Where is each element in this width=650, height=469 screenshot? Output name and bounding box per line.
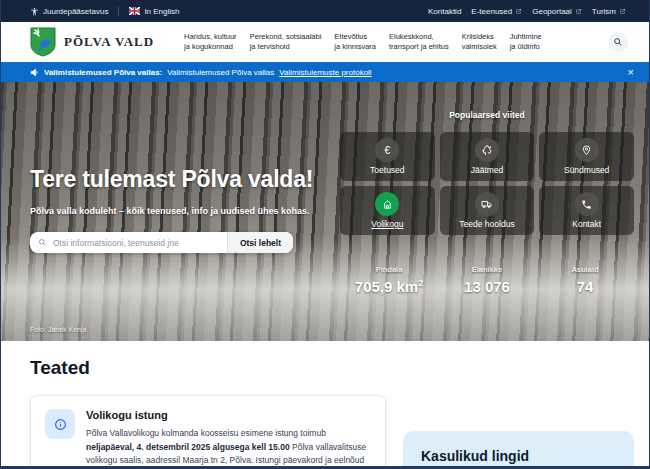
tile-label: Kontakt xyxy=(572,219,601,229)
nav-label-line: ja kinnisvara xyxy=(334,42,376,51)
accessibility-label: Juurdepääsetavus xyxy=(43,7,108,16)
notification-text: Valimistulemused Põlva vallas xyxy=(167,68,274,77)
nav-item-haridus[interactable]: Haridus, kultuur ja kogukonnad xyxy=(184,32,237,53)
site-logo[interactable]: PÕLVA VALD xyxy=(30,27,154,57)
search-icon xyxy=(613,37,623,47)
home-icon xyxy=(375,192,399,216)
hero-subheading: Põlva valla koduleht – kõik teenused, in… xyxy=(30,206,330,216)
nav-label-line: Haridus, kultuur xyxy=(184,32,237,41)
topbar-link-label: Geoportaal xyxy=(532,7,572,16)
page: Juurdepääsetavus In English Kontaktid E-… xyxy=(0,0,650,469)
nav-item-juhtimine[interactable]: Juhtimine ja üldinfo xyxy=(510,32,542,53)
stat-pindala: Pindala 705,9 km2 xyxy=(340,265,438,295)
topbar-link-kontaktid[interactable]: Kontaktid xyxy=(428,7,461,16)
notice-title: Volikogu istung xyxy=(86,409,371,421)
stat-value-text: 705,9 km xyxy=(355,278,418,295)
euro-icon: € xyxy=(375,138,399,162)
language-label: In English xyxy=(144,7,179,16)
stat-elanikke: Elanikke 13 076 xyxy=(438,265,536,295)
notification-bar: Valimistulemused Põlva vallas: Valimistu… xyxy=(0,62,650,82)
phone-icon xyxy=(575,192,599,216)
stat-label: Pindala xyxy=(340,265,438,274)
tile-jaatmed[interactable]: Jäätmed xyxy=(440,132,535,181)
notice-body-bold: neljapäeval, 4. detsembril 2025 algusega… xyxy=(86,442,290,452)
tile-label: Volikogu xyxy=(371,219,403,229)
notice-card[interactable]: Volikogu istung Põlva Vallavolikogu kolm… xyxy=(30,395,386,469)
main-navigation: Haridus, kultuur ja kogukonnad Perekond,… xyxy=(184,32,592,53)
topbar-link-label: Kontaktid xyxy=(428,7,461,16)
recycle-icon xyxy=(475,138,499,162)
top-utility-bar: Juurdepääsetavus In English Kontaktid E-… xyxy=(0,0,650,22)
notice-body: Põlva Vallavolikogu kolmanda koosseisu e… xyxy=(86,427,371,468)
divider xyxy=(118,6,119,16)
tile-toetused[interactable]: € Toetused xyxy=(340,132,435,181)
popular-links: Populaarsed viited € Toetused Jäätmed xyxy=(340,110,634,295)
popular-links-grid: € Toetused Jäätmed Sündmused xyxy=(340,132,634,235)
topbar-link-turism[interactable]: Turism xyxy=(592,7,626,16)
stat-value: 705,9 km2 xyxy=(340,278,438,295)
municipality-stats: Pindala 705,9 km2 Elanikke 13 076 Asulai… xyxy=(340,265,634,295)
tile-kontakt[interactable]: Kontakt xyxy=(539,186,634,235)
photo-credit: Foto: Janek Kenja xyxy=(30,326,86,333)
topbar-link-label: Turism xyxy=(592,7,616,16)
nav-label-line: ja kogukonnad xyxy=(184,42,233,51)
nav-item-elukeskkond[interactable]: Elukeskkond, transport ja ehitus xyxy=(389,32,449,53)
logo-text: PÕLVA VALD xyxy=(64,34,154,50)
topbar-link-e-teenused[interactable]: E-teenused xyxy=(471,7,522,16)
popular-links-title: Populaarsed viited xyxy=(340,110,634,120)
topbar-left: Juurdepääsetavus In English xyxy=(30,6,180,16)
nav-item-ettevotlus[interactable]: Ettevõtlus ja kinnisvara xyxy=(334,32,376,53)
external-link-icon xyxy=(575,8,582,15)
notice-content: Volikogu istung Põlva Vallavolikogu kolm… xyxy=(86,409,371,469)
hero-search-input[interactable] xyxy=(47,232,227,253)
nav-label-line: Perekond, sotsiaalabi xyxy=(250,32,322,41)
stat-value: 74 xyxy=(536,278,634,295)
teated-heading: Teated xyxy=(30,357,620,379)
tile-sundmused[interactable]: Sündmused xyxy=(539,132,634,181)
notification-title: Valimistulemused Põlva vallas: xyxy=(44,68,162,77)
nav-label-line: Kriisideks xyxy=(462,32,494,41)
stat-value: 13 076 xyxy=(438,278,536,295)
nav-label-line: ja üldinfo xyxy=(510,42,540,51)
notification-link[interactable]: Valimistulemuste protokoll xyxy=(279,68,371,77)
external-link-icon xyxy=(515,8,522,15)
hero-search-bar: Otsi lehelt xyxy=(30,232,293,253)
nav-label-line: Ettevõtlus xyxy=(334,32,367,41)
nav-label-line: transport ja ehitus xyxy=(389,42,449,51)
language-switch[interactable]: In English xyxy=(129,7,179,16)
nav-label-line: valmisolek xyxy=(462,42,497,51)
tile-teede-hooldus[interactable]: Teede hooldus xyxy=(440,186,535,235)
nav-label-line: Elukeskkond, xyxy=(389,32,434,41)
topbar-link-geoportaal[interactable]: Geoportaal xyxy=(532,7,582,16)
nav-label-line: ja tervishoid xyxy=(250,42,290,51)
tile-label: Sündmused xyxy=(564,165,609,175)
topbar-link-label: E-teenused xyxy=(471,7,512,16)
stat-value-sup: 2 xyxy=(418,278,423,288)
close-icon[interactable]: × xyxy=(628,67,634,78)
main-content: Teated Volikogu istung Põlva Vallavoliko… xyxy=(0,341,650,469)
external-link-icon xyxy=(619,8,626,15)
topbar-right: Kontaktid E-teenused Geoportaal Turism xyxy=(428,7,626,16)
useful-links-heading: Kasulikud lingid xyxy=(421,448,616,464)
useful-links-panel: Kasulikud lingid xyxy=(403,431,634,469)
info-icon xyxy=(54,418,67,431)
uk-flag-icon xyxy=(129,7,140,15)
nav-label-line: Juhtimine xyxy=(510,32,542,41)
stat-label: Asulaid xyxy=(536,265,634,274)
hero-section: Tere tulemast Põlva valda! Põlva valla k… xyxy=(0,82,650,341)
tile-label: Teede hooldus xyxy=(459,219,514,229)
hero-search-submit-button[interactable]: Otsi lehelt xyxy=(227,232,293,253)
tile-volikogu[interactable]: Volikogu xyxy=(340,186,435,235)
tile-label: Jäätmed xyxy=(471,165,504,175)
site-header: PÕLVA VALD Haridus, kultuur ja kogukonna… xyxy=(0,22,650,62)
accessibility-link[interactable]: Juurdepääsetavus xyxy=(30,7,108,16)
coat-of-arms-icon xyxy=(30,27,56,57)
hero-intro: Tere tulemast Põlva valda! Põlva valla k… xyxy=(30,166,330,253)
header-search-button[interactable] xyxy=(608,32,628,52)
stat-asulaid: Asulaid 74 xyxy=(536,265,634,295)
tile-label: Toetused xyxy=(370,165,405,175)
nav-item-kriisideks[interactable]: Kriisideks valmisolek xyxy=(462,32,497,53)
nav-item-perekond[interactable]: Perekond, sotsiaalabi ja tervishoid xyxy=(250,32,322,53)
info-icon-box xyxy=(45,409,75,439)
truck-icon xyxy=(475,192,499,216)
